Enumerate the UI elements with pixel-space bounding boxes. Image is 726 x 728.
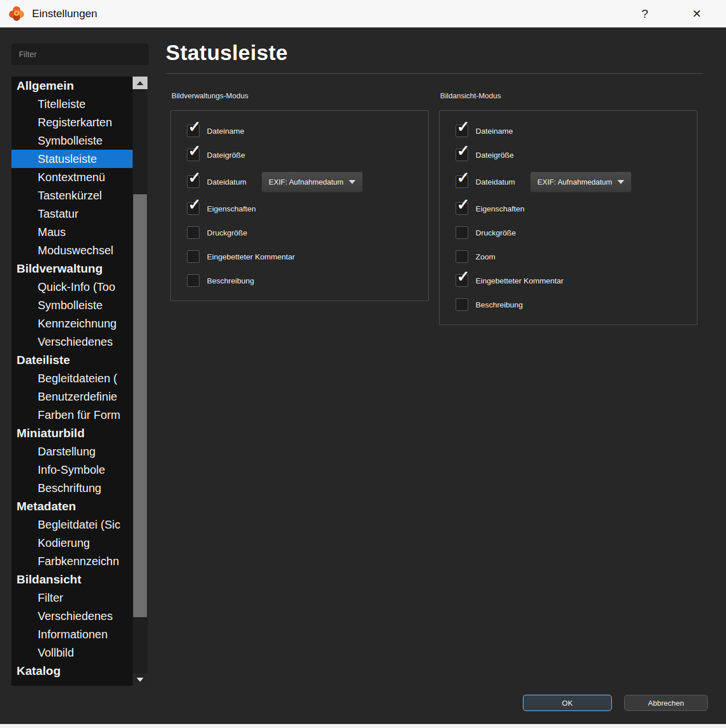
- checkbox-eingebetteter-kommentar[interactable]: ✓: [456, 274, 468, 287]
- checkbox-dateigrosse[interactable]: ✓: [456, 149, 468, 161]
- checkbox-druckgrosse[interactable]: [187, 226, 200, 239]
- option-row: Druckgröße: [456, 221, 687, 245]
- check-icon: ✓: [457, 119, 470, 135]
- ok-button[interactable]: OK: [523, 695, 612, 711]
- checkbox-eigenschaften[interactable]: ✓: [187, 202, 200, 215]
- group-box: ✓Dateiname✓Dateigröße✓DateidatumEXIF: Au…: [170, 110, 429, 301]
- option-row: ✓Eigenschaften: [456, 197, 687, 221]
- chevron-down-icon: [349, 180, 356, 184]
- sidebar-item-informationen[interactable]: Informationen: [11, 625, 133, 643]
- checkbox-dateiname[interactable]: ✓: [187, 125, 200, 137]
- sidebar-item-kontextmenu[interactable]: Kontextmenü: [11, 168, 133, 186]
- option-row: ✓Dateiname: [456, 119, 687, 143]
- checkbox-eingebetteter-kommentar[interactable]: [187, 250, 200, 263]
- dropdown-dateidatum[interactable]: EXIF: Aufnahmedatum: [261, 171, 363, 193]
- group-box: ✓Dateiname✓Dateigröße✓DateidatumEXIF: Au…: [439, 110, 697, 325]
- sidebar-item-bildansicht[interactable]: Bildansicht: [11, 570, 133, 589]
- sidebar-item-quick-info-too[interactable]: Quick-Info (Too: [11, 278, 133, 296]
- checkbox-dateiname[interactable]: ✓: [456, 125, 468, 137]
- sidebar-item-info-symbole[interactable]: Info-Symbole: [11, 461, 133, 479]
- sidebar-item-beschriftung[interactable]: Beschriftung: [11, 479, 133, 497]
- option-row: ✓Eigenschaften: [187, 197, 418, 221]
- sidebar-item-tastatur[interactable]: Tastatur: [11, 205, 133, 223]
- settings-group-bildverwaltungs-modus: Bildverwaltungs-Modus✓Dateiname✓Dateigrö…: [170, 91, 429, 301]
- close-button[interactable]: ✕: [680, 0, 713, 27]
- sidebar-item-filter[interactable]: Filter: [11, 589, 133, 607]
- app-logo-icon: [8, 5, 25, 22]
- sidebar-item-tastenkurzel[interactable]: Tastenkürzel: [11, 186, 133, 205]
- sidebar-item-kennzeichnung[interactable]: Kennzeichnung: [11, 314, 133, 333]
- sidebar-item-verschiedenes[interactable]: Verschiedenes: [11, 607, 133, 625]
- sidebar-item-moduswechsel[interactable]: Moduswechsel: [11, 241, 133, 259]
- option-row: ✓Dateigröße: [187, 143, 418, 167]
- sidebar-item-symbolleiste[interactable]: Symbolleiste: [11, 296, 133, 314]
- settings-group-bildansicht-modus: Bildansicht-Modus✓Dateiname✓Dateigröße✓D…: [439, 91, 697, 325]
- titlebar: Einstellungen ? ✕: [0, 0, 726, 27]
- checkbox-beschreibung[interactable]: [456, 298, 468, 311]
- triangle-up-icon: [137, 81, 143, 85]
- group-label: Bildansicht-Modus: [439, 91, 697, 100]
- option-row: ✓Dateiname: [187, 119, 418, 143]
- checkbox-beschreibung[interactable]: [187, 274, 200, 287]
- sidebar-scrollbar[interactable]: [133, 77, 147, 686]
- option-row: ✓Dateigröße: [456, 143, 687, 167]
- sidebar-item-dateiliste[interactable]: Dateiliste: [11, 351, 133, 369]
- scroll-down-button[interactable]: [133, 673, 147, 686]
- dropdown-value: EXIF: Aufnahmedatum: [537, 178, 612, 186]
- sidebar-item-symbolleiste[interactable]: Symbolleiste: [11, 131, 133, 150]
- cancel-button[interactable]: Abbrechen: [624, 695, 708, 711]
- checkbox-dateidatum[interactable]: ✓: [456, 175, 468, 188]
- sidebar-item-begleitdatei-sic[interactable]: Begleitdatei (Sic: [11, 515, 133, 534]
- sidebar-item-farbkennzeichn[interactable]: Farbkennzeichn: [11, 552, 133, 570]
- option-row: Zoom: [456, 245, 687, 269]
- filter-input[interactable]: [11, 43, 149, 65]
- page-title: Statusleiste: [166, 41, 288, 65]
- check-icon: ✓: [457, 197, 470, 213]
- sidebar-item-benutzerdefinie[interactable]: Benutzerdefinie: [11, 387, 133, 406]
- scroll-up-button[interactable]: [133, 77, 147, 89]
- sidebar-item-maus[interactable]: Maus: [11, 223, 133, 241]
- sidebar-item-begleitdateien[interactable]: Begleitdateien (: [11, 369, 133, 387]
- sidebar-item-verschiedenes[interactable]: Verschiedenes: [11, 333, 133, 351]
- sidebar-item-farben-fur-form[interactable]: Farben für Form: [11, 406, 133, 424]
- checkbox-dateidatum[interactable]: ✓: [187, 175, 200, 188]
- option-row: ✓Eingebetteter Kommentar: [456, 269, 687, 293]
- checkbox-zoom[interactable]: [456, 250, 468, 263]
- sidebar-item-katalog[interactable]: Katalog: [11, 662, 133, 680]
- checkbox-dateigrosse[interactable]: ✓: [187, 149, 200, 161]
- sidebar-item-kodierung[interactable]: Kodierung: [11, 534, 133, 552]
- option-row: Beschreibung: [456, 293, 687, 317]
- option-label: Dateiname: [207, 127, 244, 135]
- sidebar-item-registerkarten[interactable]: Registerkarten: [11, 113, 133, 131]
- sidebar-item-miniaturbild[interactable]: Miniaturbild: [11, 424, 133, 442]
- sidebar-item-allgemein[interactable]: Allgemein: [11, 77, 133, 95]
- category-tree: AllgemeinTitelleisteRegisterkartenSymbol…: [11, 77, 133, 686]
- sidebar-item-statusleiste[interactable]: Statusleiste: [11, 150, 133, 168]
- check-icon: ✓: [188, 119, 201, 135]
- sidebar-item-metadaten[interactable]: Metadaten: [11, 497, 133, 515]
- option-label: Beschreibung: [476, 301, 523, 309]
- checkbox-eigenschaften[interactable]: ✓: [456, 202, 468, 215]
- sidebar-item-bildverwaltung[interactable]: Bildverwaltung: [11, 259, 133, 278]
- sidebar-item-vollbild[interactable]: Vollbild: [11, 643, 133, 662]
- option-row: ✓DateidatumEXIF: Aufnahmedatum: [187, 167, 418, 197]
- check-icon: ✓: [457, 269, 470, 285]
- window-title: Einstellungen: [32, 7, 97, 20]
- help-button[interactable]: ?: [630, 0, 660, 27]
- option-label: Eigenschaften: [207, 205, 256, 213]
- option-row: Beschreibung: [187, 269, 418, 293]
- option-row: Druckgröße: [187, 221, 418, 245]
- window-bottom-edge: [0, 724, 726, 728]
- title-divider: [166, 73, 703, 74]
- option-label: Dateigröße: [476, 151, 514, 159]
- checkbox-druckgrosse[interactable]: [456, 226, 468, 239]
- option-label: Eingebetteter Kommentar: [207, 253, 295, 261]
- sidebar-item-darstellung[interactable]: Darstellung: [11, 442, 133, 461]
- check-icon: ✓: [457, 143, 470, 159]
- option-label: Druckgröße: [476, 229, 516, 237]
- sidebar-item-titelleiste[interactable]: Titelleiste: [11, 95, 133, 113]
- option-label: Druckgröße: [207, 229, 248, 237]
- dropdown-dateidatum[interactable]: EXIF: Aufnahmedatum: [530, 171, 632, 193]
- scrollbar-thumb[interactable]: [133, 194, 147, 617]
- option-label: Dateigröße: [207, 151, 245, 159]
